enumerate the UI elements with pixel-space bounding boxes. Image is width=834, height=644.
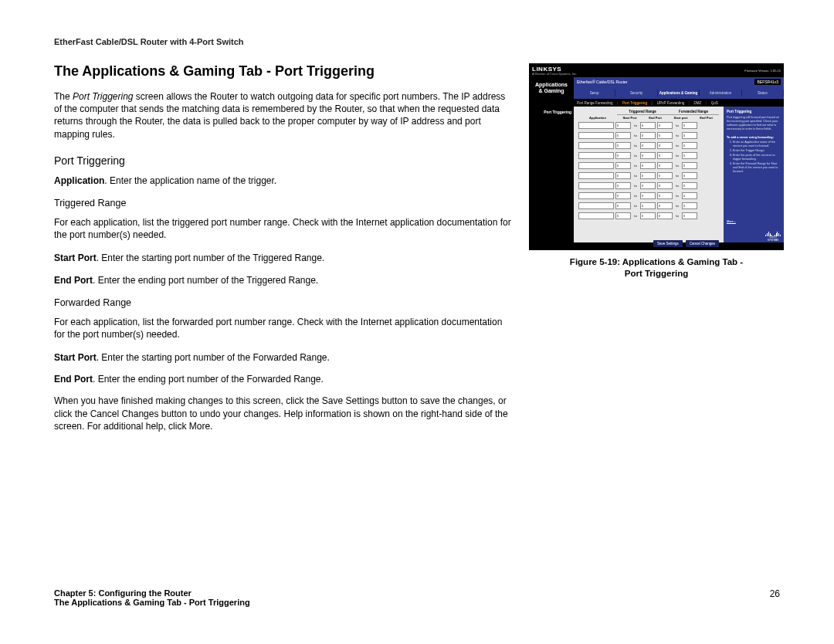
tab-setup[interactable]: Setup (574, 90, 615, 97)
help-panel: Port Triggering Port triggering will for… (724, 107, 784, 242)
to-label: to (674, 194, 680, 198)
trig-start-input[interactable]: 0 (615, 182, 631, 189)
fwd-start-input[interactable]: 0 (657, 182, 673, 189)
save-settings-button[interactable]: Save Settings (653, 240, 683, 247)
fwd-end-input[interactable]: 0 (682, 122, 697, 129)
figure-caption: Figure 5-19: Applications & Gaming Tab -… (529, 256, 784, 280)
closing-b3: More (189, 421, 210, 432)
fwd-start-input[interactable]: 0 (657, 162, 673, 169)
fwd-start-input[interactable]: 0 (657, 142, 673, 149)
trig-start-input[interactable]: 0 (615, 142, 631, 149)
caption-line2: Port Triggering (625, 269, 688, 278)
fwd-end-input[interactable]: 0 (682, 182, 697, 189)
tab-security[interactable]: Security (615, 90, 657, 97)
application-input[interactable] (578, 182, 614, 189)
figure-column: LINKSYS A Division of Cisco Systems, Inc… (529, 63, 784, 443)
fwd-start-input[interactable]: 0 (657, 122, 673, 129)
to-label: to (674, 174, 680, 178)
trig-end-input[interactable]: 0 (640, 122, 656, 129)
nav-section-line1: Applications (535, 82, 568, 88)
help-step: Enter the Forward Range for Start and En… (733, 162, 781, 174)
def-label: Start Port (54, 253, 97, 263)
trig-end-input[interactable]: 0 (640, 132, 656, 139)
closing-paragraph: When you have finished making changes to… (54, 395, 514, 432)
fwd-start-input[interactable]: 0 (657, 192, 673, 199)
subtab-upnp[interactable]: UPnP Forwarding (657, 101, 690, 105)
help-steps: Enter an Application name of the service… (727, 141, 781, 173)
application-input[interactable] (578, 192, 614, 199)
fwd-start-input[interactable]: 0 (657, 172, 673, 179)
trig-start-input[interactable]: 0 (615, 152, 631, 159)
trig-start-input[interactable]: 0 (615, 172, 631, 179)
application-input[interactable] (578, 152, 614, 159)
trig-end-input[interactable]: 0 (640, 162, 656, 169)
main-text-column: The Applications & Gaming Tab - Port Tri… (54, 63, 514, 443)
to-label: to (632, 184, 639, 188)
help-step: Enter an Application name of the service… (733, 141, 781, 148)
more-link[interactable]: More... (727, 220, 736, 224)
application-input[interactable] (578, 162, 614, 169)
application-input[interactable] (578, 172, 614, 179)
col-end-port-fwd: End Port (693, 116, 719, 120)
closing-p4: . (210, 421, 212, 432)
to-label: to (674, 164, 680, 168)
trig-end-input[interactable]: 0 (640, 142, 656, 149)
trig-end-input[interactable]: 0 (640, 152, 656, 159)
application-input[interactable] (578, 132, 614, 139)
trig-start-input[interactable]: 0 (615, 122, 631, 129)
to-label: to (632, 154, 639, 158)
trig-end-input[interactable]: 0 (640, 172, 656, 179)
tab-status[interactable]: Status (742, 90, 784, 97)
fwd-end-input[interactable]: 0 (682, 202, 697, 209)
fwd-start-input[interactable]: 0 (657, 212, 673, 219)
col-application: Application (578, 116, 617, 120)
fwd-start-input[interactable]: 0 (657, 152, 673, 159)
def-tr-start: Start Port. Enter the starting port numb… (54, 252, 514, 264)
trig-start-input[interactable]: 0 (615, 162, 631, 169)
application-input[interactable] (578, 122, 614, 129)
trig-end-input[interactable]: 0 (640, 182, 656, 189)
fwd-end-input[interactable]: 0 (682, 212, 697, 219)
def-label: End Port (54, 374, 93, 385)
subtab-port-range-fwd[interactable]: Port Range Forwarding (577, 101, 618, 105)
def-label: End Port (54, 275, 93, 286)
fwd-end-input[interactable]: 0 (682, 132, 697, 139)
fwd-start-input[interactable]: 0 (657, 202, 673, 209)
trig-start-input[interactable]: 0 (615, 192, 631, 199)
table-row: 0to00to0 (578, 142, 719, 149)
col-end-port-trig: End Port (642, 116, 668, 120)
table-row: 0to00to0 (578, 152, 719, 159)
application-input[interactable] (578, 212, 614, 219)
col-start-port-fwd: Start port (668, 116, 693, 120)
to-label: to (632, 204, 639, 208)
fwd-start-input[interactable]: 0 (657, 132, 673, 139)
subtab-dmz[interactable]: DMZ (694, 101, 707, 105)
def-text: . Enter the ending port number of the Fo… (93, 374, 324, 385)
trig-start-input[interactable]: 0 (615, 132, 631, 139)
fwd-end-input[interactable]: 0 (682, 162, 697, 169)
trig-end-input[interactable]: 0 (640, 212, 656, 219)
application-input[interactable] (578, 142, 614, 149)
cancel-changes-button[interactable]: Cancel Changes (686, 240, 719, 247)
fwd-end-input[interactable]: 0 (682, 172, 697, 179)
help-body: Port triggering will forward port based … (727, 116, 779, 130)
trig-end-input[interactable]: 0 (640, 192, 656, 199)
tab-administration[interactable]: Administration (700, 90, 741, 97)
trig-end-input[interactable]: 0 (640, 202, 656, 209)
fwd-end-input[interactable]: 0 (682, 152, 697, 159)
subheading-triggered-range: Triggered Range (54, 198, 514, 208)
fwd-end-input[interactable]: 0 (682, 142, 697, 149)
intro-paragraph: The Port Triggering screen allows the Ro… (54, 90, 514, 141)
help-step: Enter the ports of the services to trigg… (733, 154, 781, 161)
subtab-qos[interactable]: QoS (711, 101, 718, 105)
trig-start-input[interactable]: 0 (615, 202, 631, 209)
to-label: to (632, 164, 639, 168)
tab-apps-gaming[interactable]: Applications & Gaming (658, 90, 700, 97)
table-row: 0to00to0 (578, 182, 719, 189)
application-input[interactable] (578, 202, 614, 209)
to-label: to (674, 214, 680, 218)
col-start-port-trig: Start Port (617, 116, 642, 120)
trig-start-input[interactable]: 0 (615, 212, 631, 219)
subtab-port-triggering[interactable]: Port Triggering (622, 101, 653, 105)
fwd-end-input[interactable]: 0 (682, 192, 697, 199)
